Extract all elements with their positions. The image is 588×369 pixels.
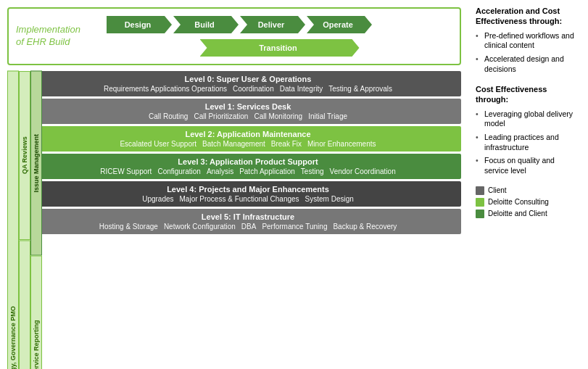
level4-title: Level 4: Projects and Major Enhancements xyxy=(41,185,455,194)
build-arrow: Build xyxy=(173,16,239,33)
level0-item-2: Data Integrity xyxy=(280,85,323,93)
transition-arrow: Transition xyxy=(200,39,360,57)
sidebar-title2: Cost Effectiveness through: xyxy=(476,84,581,105)
level0-row: Level 0: Super User & Operations Require… xyxy=(35,71,461,96)
left-labels: Strategy, Governance PMO QA Reviews Serv… xyxy=(7,71,35,369)
legend-item-deloitte: Deloitte Consulting xyxy=(476,198,581,207)
level4-item-2: System Design xyxy=(305,195,354,203)
level0-item-3: Testing & Approvals xyxy=(328,85,392,93)
level1-item-3: Initial Triage xyxy=(308,112,347,120)
level0-title: Level 0: Super User & Operations xyxy=(41,75,455,83)
legend-item-client: Client xyxy=(476,186,581,195)
sidebar-bullets2: Leveraging global delivery model Leading… xyxy=(476,109,581,176)
level1-item-1: Call Prioritization xyxy=(194,112,248,120)
level0-item-0: Requirements Applications Operations xyxy=(104,85,227,93)
deliver-arrow: Deliver xyxy=(240,16,305,33)
level2-title: Level 2: Application Maintenance xyxy=(41,130,455,138)
level5-title: Level 5: IT Infrastructure xyxy=(41,212,455,221)
level3-item-1: Configuration xyxy=(157,167,200,175)
header-section: Implementation of EHR Build Design Build… xyxy=(7,7,461,65)
level5-item-2: DBA xyxy=(241,223,257,231)
levels-wrapper: Strategy, Governance PMO QA Reviews Serv… xyxy=(7,71,461,369)
service-reporting-label: Service Reporting xyxy=(30,256,42,370)
legend-box-deloitte-client xyxy=(476,210,484,218)
strategy-label: Strategy, Governance PMO xyxy=(7,71,19,369)
design-arrow: Design xyxy=(107,16,172,33)
level2-item-2: Break Fix xyxy=(271,140,302,148)
sidebar-bullets1: Pre-defined workflows and clinical conte… xyxy=(476,31,581,75)
level2-item-0: Escalated User Support xyxy=(120,140,196,148)
implementation-title: Implementation of EHR Build xyxy=(16,24,99,49)
level1-item-0: Call Routing xyxy=(149,112,188,120)
level3-items: RICEW Support Configuration Analysis Pat… xyxy=(41,167,455,175)
service-account-label: Service & Account Management xyxy=(19,240,30,369)
level2-row: Level 2: Application Maintenance Escalat… xyxy=(35,126,461,152)
sidebar-bullet1-1: Accelerated design and decisions xyxy=(476,54,581,74)
main-content: Implementation of EHR Build Design Build… xyxy=(0,0,468,369)
sidebar-section2: Cost Effectiveness through: Leveraging g… xyxy=(476,84,581,175)
sidebar-section1: Acceleration and Cost Effectiveness thro… xyxy=(476,6,581,74)
level3-item-4: Testing xyxy=(301,167,324,175)
sidebar-bullet2-2: Focus on quality and service level xyxy=(476,156,581,175)
sidebar-bullet2-1: Leading practices and infrastructure xyxy=(476,133,581,152)
level5-items: Hosting & Storage Network Configuration … xyxy=(41,223,455,231)
level5-item-4: Backup & Recovery xyxy=(333,223,397,231)
level5-item-3: Performance Tuning xyxy=(262,223,327,231)
legend-label-deloitte-client: Deloitte and Client xyxy=(488,210,547,217)
level1-items: Call Routing Call Prioritization Call Mo… xyxy=(41,112,455,120)
sidebar-title1: Acceleration and Cost Effectiveness thro… xyxy=(476,6,581,27)
title-area: Implementation of EHR Build xyxy=(16,24,99,49)
level3-item-5: Vendor Coordination xyxy=(330,167,396,175)
legend-box-deloitte xyxy=(476,198,484,207)
legend-section: Client Deloitte Consulting Deloitte and … xyxy=(476,186,581,218)
level3-item-0: RICEW Support xyxy=(100,167,152,175)
qa-reviews-label: QA Reviews xyxy=(19,71,30,240)
main-arrows-row: Design Build Deliver Operate xyxy=(107,16,452,33)
legend-label-deloitte: Deloitte Consulting xyxy=(488,198,549,206)
level5-item-1: Network Configuration xyxy=(164,223,236,231)
level5-item-0: Hosting & Storage xyxy=(99,223,158,231)
levels-content: Level 0: Super User & Operations Require… xyxy=(35,71,461,369)
issue-mgmt-label: Issue Management xyxy=(30,71,42,256)
sidebar-bullet1-0: Pre-defined workflows and clinical conte… xyxy=(476,31,581,51)
level2-item-3: Minor Enhancements xyxy=(307,140,376,148)
level4-row: Level 4: Projects and Major Enhancements… xyxy=(35,181,461,207)
right-sidebar: Acceleration and Cost Effectiveness thro… xyxy=(468,0,588,369)
sidebar-bullet2-0: Leveraging global delivery model xyxy=(476,109,581,129)
level3-row: Level 3: Application Product Support RIC… xyxy=(35,154,461,179)
transition-row: Transition xyxy=(107,39,452,57)
level1-title: Level 1: Services Desk xyxy=(41,102,455,111)
level4-item-0: Upgrades xyxy=(142,195,173,203)
level3-item-2: Analysis xyxy=(207,167,233,175)
operate-arrow: Operate xyxy=(307,16,372,33)
level3-item-3: Patch Application xyxy=(239,167,295,175)
arrows-area: Design Build Deliver Operate Transition xyxy=(107,16,452,57)
level1-row: Level 1: Services Desk Call Routing Call… xyxy=(35,99,461,124)
level2-items: Escalated User Support Batch Management … xyxy=(41,140,455,148)
level5-row: Level 5: IT Infrastructure Hosting & Sto… xyxy=(35,209,461,234)
level0-item-1: Coordination xyxy=(233,85,274,93)
legend-box-client xyxy=(476,186,484,195)
level4-item-1: Major Process & Functional Changes xyxy=(180,195,299,203)
level2-item-1: Batch Management xyxy=(202,140,265,148)
level3-title: Level 3: Application Product Support xyxy=(41,157,455,166)
legend-label-client: Client xyxy=(488,186,507,194)
legend-item-deloitte-client: Deloitte and Client xyxy=(476,210,581,218)
level0-items: Requirements Applications Operations Coo… xyxy=(41,85,455,93)
level4-items: Upgrades Major Process & Functional Chan… xyxy=(41,195,455,203)
level1-item-2: Call Monitoring xyxy=(254,112,302,120)
